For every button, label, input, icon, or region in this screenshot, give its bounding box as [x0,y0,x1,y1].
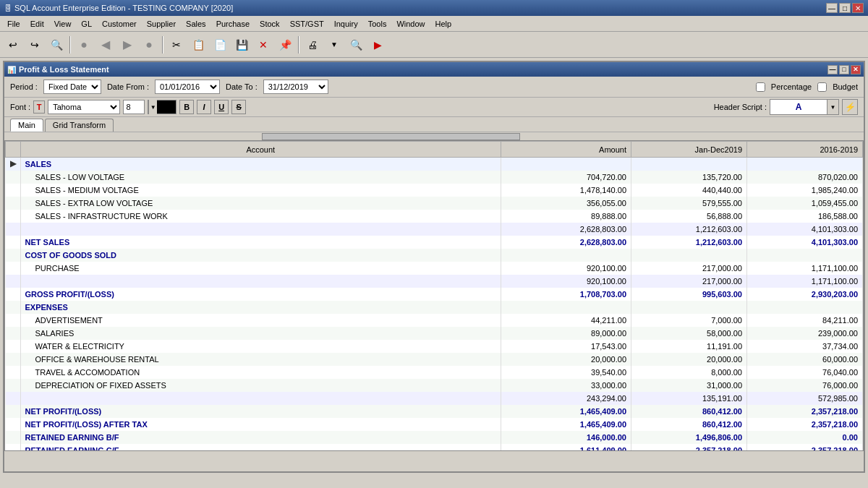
menu-stock[interactable]: Stock [255,18,284,30]
cell-idx [6,275,21,288]
menu-file[interactable]: File [3,18,25,30]
toolbar-sep-3 [298,36,299,53]
color-box[interactable]: ▼ [148,100,176,114]
cell-period: 1,059,455.00 [747,197,863,210]
date-to-select[interactable]: 31/12/2019 [263,80,328,94]
color-picker: ▼ [148,100,176,114]
toolbar-btn-magnify[interactable]: 🔍 [346,35,366,55]
cell-period [747,301,863,314]
cell-jan-dec: 1,496,806.00 [631,431,747,444]
toolbar-btn-paste[interactable]: 📄 [210,35,230,55]
italic-button[interactable]: I [197,100,211,114]
menu-purchase[interactable]: Purchase [212,18,254,30]
inner-window-title: Profit & Loss Statement [19,65,109,74]
menu-help[interactable]: Help [431,18,456,30]
cell-amount: 20,000.00 [501,353,631,366]
cell-account: RETAINED EARNING C/F [20,444,501,452]
table-row: 2,628,803.001,212,603.004,101,303.00 [6,223,863,236]
toolbar-btn-print-arrow[interactable]: ▼ [324,35,344,55]
tab-grid-transform[interactable]: Grid Transform [45,119,114,132]
cell-jan-dec: 11,191.00 [631,340,747,353]
font-size-input[interactable] [123,100,145,114]
table-row: TRAVEL & ACCOMODATION39,540.008,000.0076… [6,366,863,379]
budget-checkbox[interactable] [817,82,827,92]
cell-account: NET PROFIT/(LOSS) AFTER TAX [20,418,501,431]
toolbar-btn-printer[interactable]: 🖨 [302,35,323,55]
cell-amount: 1,708,703.00 [501,288,631,301]
inner-minimize-button[interactable]: — [827,65,838,74]
cell-account: SALES - EXTRA LOW VOLTAGE [20,197,501,210]
horizontal-scrollbar[interactable] [4,132,864,140]
menu-gl[interactable]: GL [77,18,96,30]
cell-idx [6,405,21,418]
table-row: SALES - MEDIUM VOLTAGE1,478,140.00440,44… [6,184,863,197]
bold-button[interactable]: B [179,100,194,114]
toolbar-btn-circle2[interactable]: ◀ [95,35,116,55]
toolbar-btn-circle3[interactable]: ▶ [117,35,137,55]
close-button[interactable]: ✕ [852,3,864,13]
strike-button[interactable]: S [231,100,246,114]
underline-button[interactable]: U [214,100,229,114]
window-title: SQL Account Enterprise Edition - TESTING… [14,4,233,12]
menu-sales[interactable]: Sales [182,18,210,30]
h-scroll-thumb[interactable] [262,133,519,140]
toolbar-btn-search[interactable]: 🔍 [46,35,67,55]
cell-jan-dec: 58,000.00 [631,327,747,340]
inner-maximize-button[interactable]: □ [839,65,849,74]
tab-main[interactable]: Main [10,119,43,132]
font-select[interactable]: Tahoma [48,100,120,114]
menu-sst-gst[interactable]: SST/GST [286,18,328,30]
percentage-label: Percentage [771,82,812,91]
cell-amount: 89,000.00 [501,327,631,340]
menu-window[interactable]: Window [392,18,429,30]
toolbar-btn-stamp[interactable]: 📌 [275,35,295,55]
date-from-select[interactable]: 01/01/2016 [155,80,220,94]
cell-period: 60,000.00 [747,353,863,366]
toolbar-btn-copy[interactable]: 📋 [188,35,208,55]
cell-jan-dec: 860,412.00 [631,418,747,431]
toolbar-btn-circle4[interactable]: ● [139,35,159,55]
col-header-period: 2016-2019 [747,142,863,158]
table-row: SALES - INFRASTRUCTURE WORK89,888.0056,8… [6,210,863,223]
header-script-icon: A [796,102,802,112]
cell-idx [6,236,21,249]
toolbar-btn-x[interactable]: ✕ [253,35,273,55]
minimize-button[interactable]: — [826,3,838,13]
cell-amount: 146,000.00 [501,431,631,444]
toolbar-btn-circle1[interactable]: ● [74,35,94,55]
font-icon: T [33,100,45,114]
cell-amount: 39,540.00 [501,366,631,379]
toolbar-btn-scissors[interactable]: ✂ [166,35,187,55]
maximize-button[interactable]: □ [839,3,851,13]
cell-period: 1,171,100.00 [747,262,863,275]
cell-period: 84,211.00 [747,314,863,327]
cell-account [20,275,501,288]
table-row: RETAINED EARNING C/F1,611,409.002,357,21… [6,444,863,452]
toolbar-btn-disk[interactable]: 💾 [231,35,252,55]
menu-edit[interactable]: Edit [26,18,48,30]
menu-supplier[interactable]: Supplier [142,18,180,30]
period-select[interactable]: Fixed Date [43,80,101,94]
menu-inquiry[interactable]: Inquiry [330,18,362,30]
cell-amount: 1,478,140.00 [501,184,631,197]
toolbar-btn-2[interactable]: ↪ [25,35,45,55]
toolbar-btn-1[interactable]: ↩ [3,35,23,55]
menu-customer[interactable]: Customer [98,18,141,30]
color-dropdown-arrow[interactable]: ▼ [148,100,157,114]
percentage-checkbox[interactable] [756,82,765,92]
cell-period: 2,357,218.00 [747,418,863,431]
cell-jan-dec: 56,888.00 [631,210,747,223]
cell-period [747,158,863,171]
inner-close-button[interactable]: ✕ [851,65,861,74]
cell-jan-dec: 7,000.00 [631,314,747,327]
budget-label: Budget [833,82,858,91]
header-script-arrow[interactable]: ▼ [827,99,839,115]
cell-amount: 33,000.00 [501,379,631,392]
title-bar-controls: — □ ✕ [826,3,864,13]
cell-idx [6,210,21,223]
refresh-button[interactable]: ⚡ [842,99,858,115]
menu-tools[interactable]: Tools [364,18,391,30]
cell-jan-dec: 135,720.00 [631,171,747,184]
menu-view[interactable]: View [50,18,76,30]
toolbar-btn-youtube[interactable]: ▶ [367,35,388,55]
